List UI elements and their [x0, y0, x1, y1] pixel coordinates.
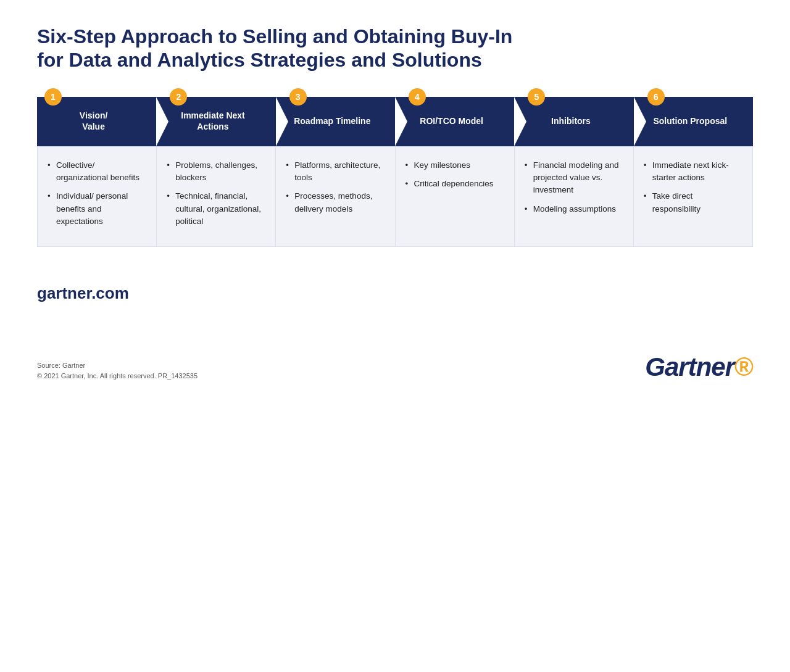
- bullet-item: Take direct responsibility: [644, 190, 742, 215]
- source-text: Source: Gartner © 2021 Gartner, Inc. All…: [37, 360, 198, 382]
- content-row: Collective/ organizational benefitsIndiv…: [37, 146, 753, 247]
- content-cell-4: Key milestonesCritical dependencies: [396, 147, 515, 246]
- step-number-2: 2: [170, 88, 187, 106]
- step-label-4: ROI/TCO Model: [420, 116, 483, 127]
- bullet-item: Modeling assumptions: [525, 203, 623, 215]
- bullet-item: Key milestones: [405, 159, 504, 172]
- arrow-step-3: 3Roadmap Timeline: [276, 97, 395, 146]
- step-number-4: 4: [409, 88, 426, 106]
- step-number-5: 5: [528, 88, 545, 106]
- bullet-item: Critical dependencies: [405, 178, 504, 190]
- bullet-item: Financial modeling and projected value v…: [525, 159, 623, 197]
- content-cell-3: Platforms, architecture, toolsProcesses,…: [276, 147, 395, 246]
- content-cell-5: Financial modeling and projected value v…: [515, 147, 634, 246]
- footer-bottom: Source: Gartner © 2021 Gartner, Inc. All…: [37, 352, 753, 382]
- bullet-item: Processes, methods, delivery models: [286, 190, 385, 215]
- diagram: 1Vision/Value2Immediate Next Actions3Roa…: [37, 97, 753, 247]
- footer: gartner.com Source: Gartner © 2021 Gartn…: [37, 284, 753, 382]
- gartner-logo: Gartner®: [645, 352, 753, 382]
- bullet-item: Technical, financial, cultural, organiza…: [167, 190, 265, 228]
- step-label-1: Vision/Value: [80, 110, 108, 132]
- step-label-3: Roadmap Timeline: [294, 116, 370, 127]
- bullet-item: Individual/ personal benefits and expect…: [48, 190, 146, 228]
- bullet-item: Collective/ organizational benefits: [48, 159, 146, 185]
- bullet-item: Platforms, architecture, tools: [286, 159, 385, 185]
- arrow-step-4: 4ROI/TCO Model: [395, 97, 514, 146]
- arrow-step-1: 1Vision/Value: [37, 97, 156, 146]
- step-number-6: 6: [647, 88, 665, 106]
- step-label-5: Inhibitors: [551, 116, 591, 127]
- step-label-2: Immediate Next Actions: [167, 110, 258, 132]
- content-cell-1: Collective/ organizational benefitsIndiv…: [38, 147, 157, 246]
- arrows-row: 1Vision/Value2Immediate Next Actions3Roa…: [37, 97, 753, 146]
- content-cell-2: Problems, challenges, blockersTechnical,…: [157, 147, 276, 246]
- step-label-6: Solution Proposal: [653, 116, 727, 127]
- arrow-step-6: 6Solution Proposal: [634, 97, 753, 146]
- page-title: Six-Step Approach to Selling and Obtaini…: [37, 25, 592, 72]
- arrow-step-5: 5Inhibitors: [514, 97, 633, 146]
- step-number-1: 1: [44, 88, 62, 106]
- gartner-url: gartner.com: [37, 284, 753, 303]
- arrow-step-2: 2Immediate Next Actions: [156, 97, 275, 146]
- content-cell-6: Immediate next kick-starter actionsTake …: [634, 147, 752, 246]
- bullet-item: Immediate next kick-starter actions: [644, 159, 742, 185]
- step-number-3: 3: [289, 88, 307, 106]
- bullet-item: Problems, challenges, blockers: [167, 159, 265, 185]
